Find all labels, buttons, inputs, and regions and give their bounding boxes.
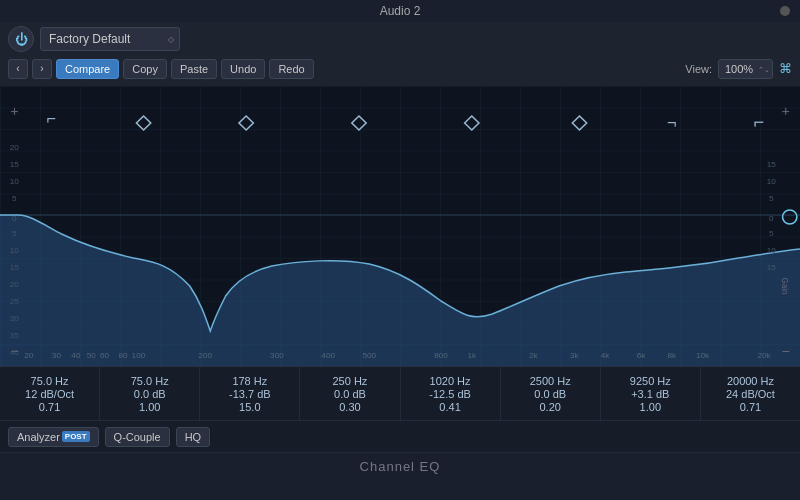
band2-freq: 75.0 Hz bbox=[131, 375, 169, 387]
svg-text:15: 15 bbox=[767, 160, 777, 169]
band-col-8[interactable]: 20000 Hz 24 dB/Oct 0.71 bbox=[701, 367, 800, 420]
svg-text:10: 10 bbox=[767, 177, 777, 186]
svg-text:20k: 20k bbox=[757, 351, 771, 360]
svg-text:10: 10 bbox=[10, 177, 20, 186]
footer: Channel EQ bbox=[0, 452, 800, 480]
compare-button[interactable]: Compare bbox=[56, 59, 119, 79]
next-button[interactable]: › bbox=[32, 59, 52, 79]
band-col-6[interactable]: 2500 Hz 0.0 dB 0.20 bbox=[501, 367, 601, 420]
svg-text:500: 500 bbox=[362, 351, 376, 360]
svg-text:35: 35 bbox=[10, 331, 20, 340]
hq-button[interactable]: HQ bbox=[176, 427, 211, 447]
band1-q: 0.71 bbox=[39, 401, 60, 413]
svg-text:8k: 8k bbox=[667, 351, 677, 360]
svg-text:40: 40 bbox=[10, 348, 20, 357]
svg-text:10: 10 bbox=[10, 246, 20, 255]
band2-q: 1.00 bbox=[139, 401, 160, 413]
band-col-1[interactable]: 75.0 Hz 12 dB/Oct 0.71 bbox=[0, 367, 100, 420]
svg-text:⌐: ⌐ bbox=[754, 111, 765, 132]
svg-text:30: 30 bbox=[10, 314, 20, 323]
svg-text:6k: 6k bbox=[637, 351, 647, 360]
band-col-3[interactable]: 178 Hz -13.7 dB 15.0 bbox=[200, 367, 300, 420]
analyzer-button[interactable]: Analyzer POST bbox=[8, 427, 99, 447]
svg-text:10: 10 bbox=[767, 246, 777, 255]
close-button[interactable] bbox=[780, 6, 790, 16]
q-couple-button[interactable]: Q-Couple bbox=[105, 427, 170, 447]
band3-freq: 178 Hz bbox=[232, 375, 267, 387]
q-couple-label: Q-Couple bbox=[114, 431, 161, 443]
svg-text:20: 20 bbox=[10, 280, 20, 289]
svg-text:5: 5 bbox=[769, 194, 774, 203]
band1-freq: 75.0 Hz bbox=[31, 375, 69, 387]
band1-gain: 12 dB/Oct bbox=[25, 388, 74, 400]
svg-text:⌐: ⌐ bbox=[46, 109, 56, 127]
redo-button[interactable]: Redo bbox=[269, 59, 313, 79]
preset-select[interactable]: Factory Default bbox=[40, 27, 180, 51]
eq-display: ⌐ ¬ ⌐ + − + − 0 5 10 15 20 25 30 35 40 bbox=[0, 86, 800, 366]
band7-gain: +3.1 dB bbox=[631, 388, 669, 400]
svg-text:0: 0 bbox=[769, 214, 774, 223]
band8-freq: 20000 Hz bbox=[727, 375, 774, 387]
band7-q: 1.00 bbox=[640, 401, 661, 413]
view-select[interactable]: 100% bbox=[718, 59, 773, 79]
band6-freq: 2500 Hz bbox=[530, 375, 571, 387]
band2-gain: 0.0 dB bbox=[134, 388, 166, 400]
analyzer-label: Analyzer bbox=[17, 431, 60, 443]
band-col-4[interactable]: 250 Hz 0.0 dB 0.30 bbox=[300, 367, 400, 420]
svg-text:3k: 3k bbox=[570, 351, 580, 360]
svg-text:5: 5 bbox=[12, 194, 17, 203]
svg-text:80: 80 bbox=[119, 351, 129, 360]
prev-button[interactable]: ‹ bbox=[8, 59, 28, 79]
svg-text:15: 15 bbox=[767, 263, 777, 272]
band7-freq: 9250 Hz bbox=[630, 375, 671, 387]
post-badge: POST bbox=[62, 431, 90, 442]
svg-text:100: 100 bbox=[132, 351, 146, 360]
hq-label: HQ bbox=[185, 431, 202, 443]
band-col-7[interactable]: 9250 Hz +3.1 dB 1.00 bbox=[601, 367, 701, 420]
link-icon[interactable]: ⌘ bbox=[779, 61, 792, 76]
band6-q: 0.20 bbox=[539, 401, 560, 413]
title-bar: Audio 2 bbox=[0, 0, 800, 22]
svg-text:800: 800 bbox=[434, 351, 448, 360]
view-wrapper: 100% bbox=[718, 59, 773, 79]
band4-freq: 250 Hz bbox=[333, 375, 368, 387]
svg-text:60: 60 bbox=[100, 351, 110, 360]
svg-text:20: 20 bbox=[24, 351, 34, 360]
svg-text:300: 300 bbox=[270, 351, 284, 360]
footer-title: Channel EQ bbox=[360, 459, 441, 474]
copy-button[interactable]: Copy bbox=[123, 59, 167, 79]
band3-gain: -13.7 dB bbox=[229, 388, 271, 400]
band-col-2[interactable]: 75.0 Hz 0.0 dB 1.00 bbox=[100, 367, 200, 420]
bottom-controls: Analyzer POST Q-Couple HQ bbox=[0, 420, 800, 452]
band-info: 75.0 Hz 12 dB/Oct 0.71 75.0 Hz 0.0 dB 1.… bbox=[0, 366, 800, 420]
svg-text:25: 25 bbox=[10, 297, 20, 306]
paste-button[interactable]: Paste bbox=[171, 59, 217, 79]
view-control: View: 100% ⌘ bbox=[685, 59, 792, 79]
svg-text:5: 5 bbox=[769, 229, 774, 238]
svg-text:+[interactable]: + bbox=[781, 103, 789, 119]
svg-text:−[interactable]: − bbox=[781, 343, 789, 359]
window-title: Audio 2 bbox=[380, 4, 421, 18]
band8-gain: 24 dB/Oct bbox=[726, 388, 775, 400]
svg-text:+[interactable]: + bbox=[10, 103, 18, 119]
band3-q: 15.0 bbox=[239, 401, 260, 413]
svg-text:2k: 2k bbox=[529, 351, 539, 360]
svg-text:40: 40 bbox=[71, 351, 81, 360]
svg-text:15: 15 bbox=[10, 160, 20, 169]
svg-text:15: 15 bbox=[10, 263, 20, 272]
band5-freq: 1020 Hz bbox=[430, 375, 471, 387]
band6-gain: 0.0 dB bbox=[534, 388, 566, 400]
svg-text:1k: 1k bbox=[467, 351, 477, 360]
svg-text:¬: ¬ bbox=[667, 113, 677, 131]
band8-q: 0.71 bbox=[740, 401, 761, 413]
svg-text:30: 30 bbox=[52, 351, 62, 360]
svg-text:10k: 10k bbox=[696, 351, 710, 360]
band-col-5[interactable]: 1020 Hz -12.5 dB 0.41 bbox=[401, 367, 501, 420]
svg-text:20: 20 bbox=[10, 143, 20, 152]
undo-button[interactable]: Undo bbox=[221, 59, 265, 79]
power-button[interactable]: ⏻ bbox=[8, 26, 34, 52]
svg-text:5: 5 bbox=[12, 229, 17, 238]
svg-text:200: 200 bbox=[198, 351, 212, 360]
band4-q: 0.30 bbox=[339, 401, 360, 413]
top-controls: ⏻ Factory Default bbox=[0, 22, 800, 56]
